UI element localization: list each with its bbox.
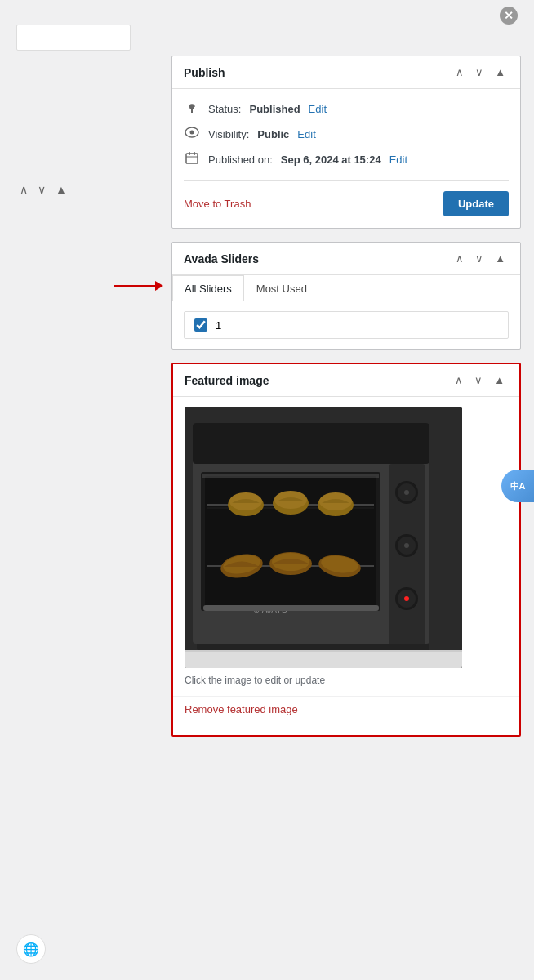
tab-all-sliders[interactable]: All Sliders xyxy=(172,275,244,301)
slider-checkbox-1[interactable] xyxy=(194,318,207,332)
sidebar-input-stub[interactable] xyxy=(16,24,131,51)
status-icon xyxy=(184,100,200,117)
status-edit-link[interactable]: Edit xyxy=(309,103,327,115)
avada-panel-header: Avada Sliders ∧ ∨ ▲ xyxy=(172,243,520,275)
featured-image-container: ⊕ AJAYB xyxy=(173,397,519,696)
svg-point-32 xyxy=(404,543,409,548)
arrow-head-icon xyxy=(155,281,163,291)
featured-arrow-down[interactable]: ∨ xyxy=(471,372,486,388)
featured-image-clickable[interactable]: ⊕ AJAYB xyxy=(185,407,462,668)
featured-panel-wrapper: Featured image ∧ ∨ ▲ xyxy=(171,363,521,737)
featured-arrow-filled[interactable]: ▲ xyxy=(491,372,508,388)
move-to-trash-link[interactable]: Move to Trash xyxy=(184,198,251,210)
status-value: Published xyxy=(249,103,300,115)
publish-body: Status: Published Edit Visibility: Publi… xyxy=(172,89,520,228)
visibility-label: Visibility: xyxy=(208,128,249,140)
avada-arrow-down[interactable]: ∨ xyxy=(472,251,487,266)
globe-icon: 🌐 xyxy=(23,942,39,957)
globe-button[interactable]: 🌐 xyxy=(16,934,46,964)
svg-rect-9 xyxy=(202,474,379,478)
close-icon: ✕ xyxy=(504,9,514,22)
publish-panel-header: Publish ∧ ∨ ▲ xyxy=(172,56,520,89)
page-wrapper: ✕ ∧ ∨ ▲ Publish ∧ ∨ ▲ xyxy=(0,0,534,980)
featured-panel-title: Featured image xyxy=(185,374,269,387)
slider-item-1: 1 xyxy=(184,311,509,339)
avada-tabs: All Sliders Most Used xyxy=(172,275,520,301)
oven-image-svg: ⊕ AJAYB xyxy=(185,407,462,668)
featured-image-panel: Featured image ∧ ∨ ▲ xyxy=(173,364,519,722)
svg-rect-38 xyxy=(185,650,462,668)
publish-arrow-filled[interactable]: ▲ xyxy=(492,65,509,80)
svg-point-2 xyxy=(190,131,194,135)
published-edit-link[interactable]: Edit xyxy=(389,154,407,166)
status-row: Status: Published Edit xyxy=(184,100,509,117)
avada-sliders-panel: Avada Sliders ∧ ∨ ▲ All Sliders Most Use… xyxy=(171,242,521,350)
main-content: Publish ∧ ∨ ▲ xyxy=(171,56,521,737)
svg-point-29 xyxy=(404,490,409,495)
publish-panel: Publish ∧ ∨ ▲ xyxy=(171,56,521,229)
featured-panel-header: Featured image ∧ ∨ ▲ xyxy=(173,364,519,397)
svg-rect-39 xyxy=(185,650,462,652)
arrow-pointer xyxy=(114,281,163,291)
sidebar-arrows: ∧ ∨ ▲ xyxy=(0,181,151,198)
publish-arrow-down[interactable]: ∨ xyxy=(472,65,487,80)
sidebar-arrow-down[interactable]: ∨ xyxy=(34,181,49,198)
avada-arrow-filled[interactable]: ▲ xyxy=(492,251,509,266)
visibility-row: Visibility: Public Edit xyxy=(184,127,509,141)
publish-arrow-up[interactable]: ∧ xyxy=(452,65,467,80)
tab-most-used[interactable]: Most Used xyxy=(244,275,319,301)
sidebar-arrow-up[interactable]: ∧ xyxy=(16,181,31,198)
featured-panel-controls: ∧ ∨ ▲ xyxy=(452,372,508,388)
featured-arrow-up[interactable]: ∧ xyxy=(452,372,466,388)
published-row: Published on: Sep 6, 2024 at 15:24 Edit xyxy=(184,151,509,167)
left-sidebar: ∧ ∨ ▲ xyxy=(0,24,151,198)
published-label: Published on: xyxy=(208,154,273,166)
published-value: Sep 6, 2024 at 15:24 xyxy=(281,154,381,166)
calendar-icon xyxy=(184,151,200,167)
svg-rect-6 xyxy=(193,423,429,464)
remove-featured-image-link[interactable]: Remove featured image xyxy=(173,696,519,722)
visibility-icon xyxy=(184,127,200,141)
close-button[interactable]: ✕ xyxy=(500,7,518,24)
visibility-edit-link[interactable]: Edit xyxy=(297,128,315,140)
avada-content: 1 xyxy=(172,301,520,349)
svg-point-35 xyxy=(404,596,409,601)
publish-panel-title: Publish xyxy=(184,66,225,79)
status-label: Status: xyxy=(208,103,241,115)
svg-rect-3 xyxy=(186,154,198,163)
slider-label-1: 1 xyxy=(216,319,221,332)
translate-icon: 中A xyxy=(510,480,526,492)
visibility-value: Public xyxy=(257,128,289,140)
avada-panel-title: Avada Sliders xyxy=(184,252,259,265)
arrow-line xyxy=(114,285,155,287)
featured-caption: Click the image to edit or update xyxy=(185,675,508,686)
sidebar-arrow-filled[interactable]: ▲ xyxy=(52,181,70,198)
avada-panel-controls: ∧ ∨ ▲ xyxy=(452,251,509,266)
svg-rect-36 xyxy=(203,605,379,611)
update-button[interactable]: Update xyxy=(443,191,509,216)
svg-rect-37 xyxy=(197,644,429,650)
avada-arrow-up[interactable]: ∧ xyxy=(452,251,467,266)
publish-panel-controls: ∧ ∨ ▲ xyxy=(452,65,509,80)
publish-actions: Move to Trash Update xyxy=(184,180,509,216)
translate-button[interactable]: 中A xyxy=(501,470,534,502)
